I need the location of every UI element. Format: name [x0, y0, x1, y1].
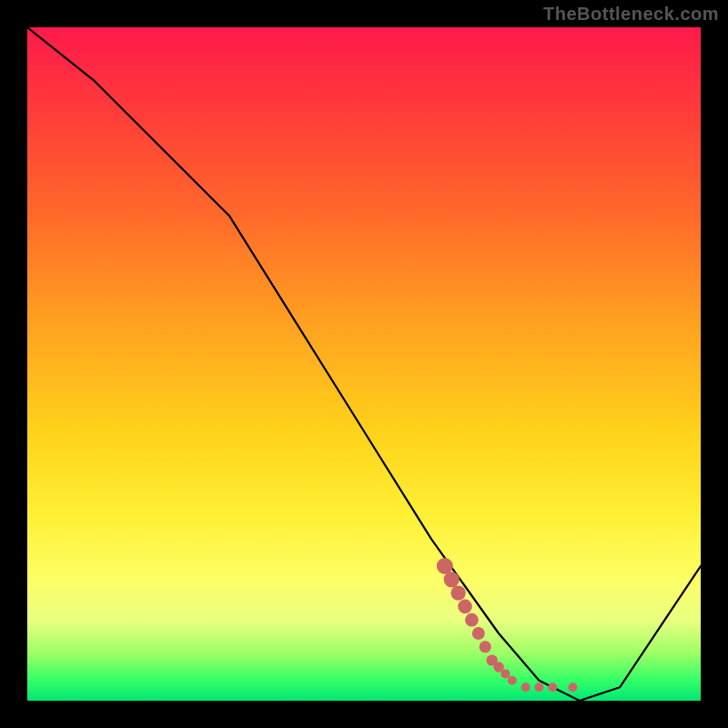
main-curve [27, 27, 701, 701]
marker-dot [465, 613, 479, 627]
chart-container: TheBottleneck.com [0, 0, 728, 728]
marker-dot [458, 600, 472, 614]
marker-dot [444, 571, 460, 587]
marker-dot [450, 585, 465, 600]
marker-dot [500, 669, 510, 678]
marker-dot [568, 682, 577, 692]
marker-dot [508, 676, 517, 685]
marker-group [437, 558, 578, 692]
marker-dot [534, 682, 543, 692]
marker-dot [480, 641, 491, 652]
gradient-background [27, 27, 701, 701]
chart-svg [27, 27, 701, 701]
watermark-text: TheBottleneck.com [543, 4, 719, 25]
marker-dot [472, 627, 485, 640]
marker-dot [521, 682, 531, 692]
marker-dot [548, 682, 557, 692]
